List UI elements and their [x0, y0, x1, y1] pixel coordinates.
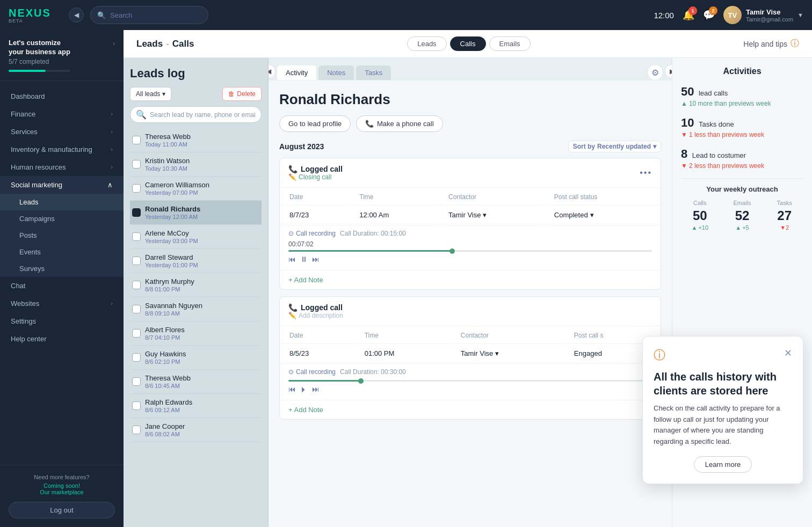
- lead-checkbox[interactable]: [132, 305, 141, 313]
- outreach-change: ▼2: [765, 224, 803, 231]
- sidebar-item-settings[interactable]: Settings: [0, 312, 124, 330]
- sidebar-item-inventory[interactable]: Inventory & manufacturing ›: [0, 141, 124, 158]
- sidebar-item-dashboard[interactable]: Dashboard: [0, 87, 124, 105]
- lead-checkbox[interactable]: [132, 329, 141, 338]
- list-item[interactable]: Cameron Williamson Yesterday 07:00 PM: [130, 177, 262, 201]
- go-to-profile-button[interactable]: Go to lead profile: [279, 115, 351, 132]
- make-phone-call-button[interactable]: 📞 Make a phone call: [356, 115, 443, 132]
- list-item[interactable]: Ronald Richards Yesterday 12:00 AM: [130, 201, 262, 225]
- tab-tasks[interactable]: Tasks: [356, 65, 391, 80]
- customize-chevron[interactable]: ›: [113, 40, 115, 47]
- tooltip-close-button[interactable]: ✕: [784, 347, 792, 359]
- audio-pause[interactable]: ⏸: [300, 255, 308, 264]
- list-item[interactable]: Savannah Nguyen 8/8 09:10 AM: [130, 297, 262, 321]
- audio-play-2[interactable]: ⏵: [300, 385, 308, 393]
- list-item[interactable]: Jane Cooper 8/6 08:02 AM: [130, 418, 262, 442]
- sidebar-item-services[interactable]: Services ›: [0, 123, 124, 141]
- right-panel: Activities 50 lead calls ▲ 10 more than …: [672, 58, 812, 527]
- help-tips[interactable]: Help and tips ⓘ: [743, 38, 799, 49]
- search-lead-input[interactable]: [150, 111, 256, 119]
- lead-name: Kristin Watson: [145, 157, 259, 165]
- sidebar-item-events[interactable]: Events: [0, 244, 124, 260]
- settings-icon-button[interactable]: ⚙: [647, 64, 663, 80]
- lead-name: Cameron Williamson: [145, 181, 259, 189]
- main-content: Leads - Calls Leads Calls Emails Help an…: [124, 30, 812, 527]
- log-table-1: Date Time Contactor Post call status 8/7…: [280, 187, 661, 225]
- tab-activity[interactable]: Activity: [277, 65, 316, 80]
- more-options-icon[interactable]: •••: [640, 168, 652, 178]
- list-item[interactable]: Albert Flores 8/7 04:10 PM: [130, 321, 262, 346]
- sidebar-item-campaigns[interactable]: Campaigns: [0, 210, 124, 227]
- audio-handle-2[interactable]: [358, 378, 364, 384]
- avatar: TV: [723, 6, 742, 24]
- tab-emails[interactable]: Emails: [489, 36, 531, 51]
- page-title: Leads - Calls: [136, 39, 194, 49]
- sidebar-nav: Dashboard Finance › Services › Inventory…: [0, 81, 124, 465]
- lead-checkbox[interactable]: [132, 184, 141, 193]
- tab-calls[interactable]: Calls: [450, 36, 486, 51]
- add-note-button-1[interactable]: + Add Note: [280, 270, 661, 289]
- learn-more-button[interactable]: Learn more: [694, 456, 752, 473]
- search-input[interactable]: [110, 11, 201, 19]
- list-item[interactable]: Theresa Webb 8/6 10:45 AM: [130, 370, 262, 394]
- sidebar-item-help-center[interactable]: Help center: [0, 330, 124, 348]
- list-item[interactable]: Arlene McCoy Yesterday 03:00 PM: [130, 225, 262, 249]
- sidebar-item-posts[interactable]: Posts: [0, 227, 124, 244]
- lead-checkbox[interactable]: [132, 160, 141, 169]
- sidebar-item-leads[interactable]: Leads: [0, 194, 124, 210]
- list-item[interactable]: Kristin Watson Today 10:30 AM: [130, 152, 262, 177]
- user-name: Tamir Vise: [746, 8, 793, 16]
- add-note-button-2[interactable]: + Add Note: [280, 400, 661, 419]
- lead-checkbox[interactable]: [132, 232, 141, 241]
- lead-checkbox[interactable]: [132, 281, 141, 289]
- audio-bar[interactable]: [288, 250, 652, 252]
- list-item[interactable]: Ralph Edwards 8/6 09:12 AM: [130, 394, 262, 418]
- sidebar-bottom: Need more features? Coming soon! Our mar…: [0, 465, 124, 527]
- sidebar-item-chat[interactable]: Chat: [0, 277, 124, 295]
- coming-soon-link[interactable]: Coming soon!: [9, 482, 115, 489]
- lead-time: Today 10:30 AM: [145, 165, 259, 172]
- lead-checkbox[interactable]: [132, 426, 141, 434]
- audio-handle[interactable]: [450, 248, 455, 254]
- contactor-chevron-2[interactable]: ▾: [495, 349, 499, 357]
- sort-button[interactable]: Sort by Recently updated ▾: [568, 141, 661, 152]
- make-call-label: Make a phone call: [377, 120, 434, 128]
- lead-name: Theresa Webb: [145, 374, 259, 382]
- lead-checkbox[interactable]: [132, 353, 141, 362]
- list-item[interactable]: Guy Hawkins 8/6 02:10 PM: [130, 346, 262, 370]
- sidebar-item-websites[interactable]: Websites ›: [0, 295, 124, 312]
- list-item[interactable]: Darrell Steward Yesterday 01:00 PM: [130, 249, 262, 273]
- lead-checkbox[interactable]: [132, 257, 141, 265]
- nav-collapse-button[interactable]: ◀: [69, 8, 84, 23]
- outreach-label: Emails: [723, 200, 762, 206]
- status-chevron[interactable]: ▾: [590, 211, 594, 219]
- user-menu[interactable]: TV Tamir Vise Tamir@gmail.com ▼: [723, 6, 803, 24]
- delete-button[interactable]: 🗑 Delete: [222, 87, 262, 101]
- list-item[interactable]: Kathryn Murphy 8/8 01:00 PM: [130, 273, 262, 297]
- recording-duration-2: Call Duration: 00:30:00: [340, 368, 406, 376]
- lead-checkbox[interactable]: [132, 377, 141, 386]
- content-area: Leads log All leads ▾ 🗑 Delete 🔍: [124, 58, 812, 527]
- notifications-button[interactable]: 🔔 1: [683, 9, 694, 21]
- all-leads-button[interactable]: All leads ▾: [130, 87, 171, 101]
- sidebar-item-social-marketing[interactable]: Social marketing ∧: [0, 176, 124, 194]
- lead-checkbox[interactable]: [132, 401, 141, 410]
- marketplace-link[interactable]: Our marketplace: [9, 489, 115, 495]
- audio-rewind[interactable]: ⏮: [288, 255, 296, 264]
- audio-rewind-2[interactable]: ⏮: [288, 385, 296, 393]
- logout-button[interactable]: Log out: [9, 502, 115, 518]
- lead-checkbox[interactable]: [132, 136, 141, 144]
- divider: [681, 178, 803, 179]
- audio-forward-2[interactable]: ⏭: [312, 385, 320, 393]
- sidebar-item-surveys[interactable]: Surveys: [0, 260, 124, 277]
- list-item[interactable]: Theresa Webb Today 11:00 AM: [130, 128, 262, 152]
- messages-button[interactable]: 💬 2: [703, 9, 715, 21]
- audio-forward[interactable]: ⏭: [312, 255, 320, 264]
- contactor-chevron[interactable]: ▾: [483, 211, 487, 219]
- audio-bar-2[interactable]: [288, 380, 652, 382]
- tab-leads[interactable]: Leads: [407, 36, 446, 51]
- sidebar-item-finance[interactable]: Finance ›: [0, 105, 124, 123]
- tab-notes[interactable]: Notes: [318, 65, 354, 80]
- sidebar-item-hr[interactable]: Human resources ›: [0, 158, 124, 176]
- lead-checkbox[interactable]: [132, 208, 141, 217]
